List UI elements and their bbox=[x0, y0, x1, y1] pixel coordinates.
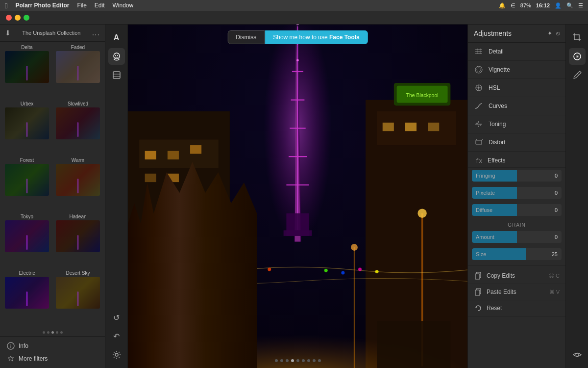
close-button[interactable] bbox=[6, 15, 12, 21]
svg-point-67 bbox=[477, 68, 481, 72]
notification-icon[interactable]: 🔔 bbox=[499, 2, 506, 9]
pagination-dot[interactable] bbox=[313, 359, 316, 362]
undo-tool-button[interactable]: ↺ bbox=[108, 309, 125, 326]
pagination-dot[interactable] bbox=[296, 359, 299, 362]
paste-edits-button[interactable]: Paste Edits ⌘ V bbox=[468, 284, 565, 300]
filter-hadean[interactable]: Hadean bbox=[53, 214, 103, 269]
redo-tool-button[interactable]: ↶ bbox=[108, 328, 125, 344]
svg-point-42 bbox=[169, 220, 177, 229]
amount-label: Amount bbox=[472, 234, 555, 240]
window-controls[interactable] bbox=[6, 15, 29, 21]
svg-point-4 bbox=[115, 55, 116, 56]
filter-forest[interactable]: Forest bbox=[2, 158, 52, 213]
filter-grid: Delta Faded Urbex Slowlived Forest bbox=[0, 42, 105, 329]
hsl-label: HSL bbox=[489, 84, 500, 91]
menu-edit[interactable]: Edit bbox=[95, 2, 105, 9]
pagination-dot[interactable] bbox=[275, 359, 278, 362]
amount-slider[interactable]: Amount 0 bbox=[472, 231, 562, 243]
share-icon[interactable]: ⎋ bbox=[556, 30, 560, 37]
svg-point-71 bbox=[478, 87, 480, 89]
download-icon[interactable]: ⬇ bbox=[5, 29, 11, 37]
reset-button[interactable]: Reset bbox=[468, 300, 565, 316]
pagination-dot[interactable] bbox=[286, 359, 289, 362]
curves-section[interactable]: Curves bbox=[468, 97, 565, 115]
toning-section[interactable]: Toning bbox=[468, 115, 565, 133]
svg-point-57 bbox=[268, 268, 271, 271]
pagination-dot[interactable] bbox=[302, 359, 305, 362]
wifi-icon: ∈ bbox=[511, 2, 515, 9]
fringing-slider[interactable]: Fringing 0 bbox=[472, 170, 562, 182]
minimize-button[interactable] bbox=[15, 15, 21, 21]
copy-edits-shortcut: ⌘ C bbox=[549, 273, 560, 279]
svg-point-3 bbox=[114, 53, 120, 59]
apple-menu[interactable]:  bbox=[5, 1, 7, 10]
page-dot bbox=[60, 331, 63, 334]
maximize-button[interactable] bbox=[24, 15, 29, 21]
layers-tool-button[interactable] bbox=[108, 67, 125, 83]
info-button[interactable]: i Info bbox=[5, 340, 100, 352]
pagination-dot-active[interactable] bbox=[291, 359, 294, 362]
filter-thumb-faded bbox=[56, 51, 100, 83]
hsl-section[interactable]: HSL bbox=[468, 79, 565, 97]
svg-point-37 bbox=[296, 59, 299, 61]
filter-electric[interactable]: Electric bbox=[2, 270, 52, 326]
more-filters-button[interactable]: More filters bbox=[5, 352, 100, 365]
face-tools-button[interactable]: Show me how to use Face Tools bbox=[265, 30, 368, 44]
size-row: Size 25 bbox=[468, 246, 565, 263]
copy-edits-button[interactable]: Copy Edits ⌘ C bbox=[468, 268, 565, 284]
vignette-section[interactable]: Vignette bbox=[468, 61, 565, 79]
pagination-dots-sidebar bbox=[0, 329, 105, 336]
svg-point-46 bbox=[238, 250, 245, 257]
filter-delta[interactable]: Delta bbox=[2, 45, 52, 100]
face-detect-button[interactable] bbox=[569, 48, 586, 65]
effects-section-header[interactable]: fx Effects bbox=[468, 152, 565, 168]
menu-icon[interactable]: ☰ bbox=[578, 2, 583, 9]
detail-section[interactable]: Detail bbox=[468, 43, 565, 61]
user-icon[interactable]: 👤 bbox=[555, 2, 562, 9]
search-icon[interactable]: 🔍 bbox=[566, 2, 573, 9]
toning-icon bbox=[474, 119, 484, 129]
menu-window[interactable]: Window bbox=[113, 2, 134, 9]
filter-tokyo[interactable]: Tokyo bbox=[2, 214, 52, 269]
filter-faded[interactable]: Faded bbox=[53, 45, 103, 100]
amount-value: 0 bbox=[555, 234, 562, 240]
collection-title: The Unsplash Collection bbox=[11, 29, 92, 36]
app-layout: ⬇ The Unsplash Collection ... Delta Fade… bbox=[0, 25, 588, 368]
pixelate-value: 0 bbox=[555, 190, 562, 196]
pagination-dot[interactable] bbox=[318, 359, 321, 362]
pagination-dot[interactable] bbox=[307, 359, 310, 362]
size-slider[interactable]: Size 25 bbox=[472, 248, 562, 260]
svg-rect-39 bbox=[284, 230, 312, 236]
settings-button[interactable] bbox=[108, 346, 125, 363]
svg-rect-86 bbox=[475, 290, 480, 295]
magic-wand-icon[interactable]: ✦ bbox=[547, 30, 552, 37]
pagination-dot[interactable] bbox=[280, 359, 283, 362]
svg-rect-77 bbox=[476, 140, 482, 144]
svg-rect-22 bbox=[428, 123, 439, 131]
more-options-button[interactable]: ... bbox=[92, 28, 100, 37]
svg-rect-62 bbox=[145, 327, 213, 368]
svg-rect-65 bbox=[377, 321, 450, 368]
page-dot bbox=[43, 331, 45, 334]
brush-button[interactable] bbox=[569, 67, 586, 83]
filter-label-tokyo: Tokyo bbox=[21, 214, 33, 219]
filter-warm[interactable]: Warm bbox=[53, 158, 103, 213]
face-tool-button[interactable] bbox=[108, 48, 125, 65]
svg-marker-2 bbox=[8, 356, 14, 361]
brush-icon bbox=[572, 70, 582, 80]
text-tool-button[interactable]: A bbox=[108, 29, 125, 46]
filter-slowlived[interactable]: Slowlived bbox=[53, 101, 103, 157]
diffuse-slider[interactable]: Diffuse 0 bbox=[472, 204, 562, 216]
sidebar-footer: i Info More filters bbox=[0, 336, 105, 368]
filter-desert[interactable]: Desert Sky bbox=[53, 270, 103, 326]
menu-file[interactable]: File bbox=[77, 2, 87, 9]
photo-area: Dismiss Show me how to use Face Tools bbox=[128, 25, 467, 368]
filter-label-faded: Faded bbox=[71, 45, 85, 50]
svg-rect-21 bbox=[405, 123, 416, 131]
distort-section[interactable]: Distort bbox=[468, 133, 565, 152]
filter-urbex[interactable]: Urbex bbox=[2, 101, 52, 157]
dismiss-button[interactable]: Dismiss bbox=[227, 30, 265, 44]
pixelate-slider[interactable]: Pixelate 0 bbox=[472, 187, 562, 199]
eye-button[interactable] bbox=[569, 346, 586, 363]
crop-button[interactable] bbox=[569, 29, 586, 46]
